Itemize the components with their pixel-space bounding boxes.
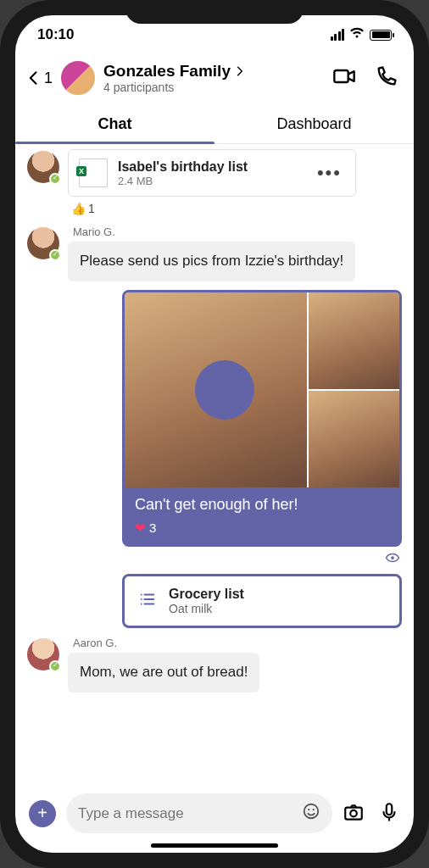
screen: 10:10 1 Gonzales Family 4 parti (15, 15, 414, 853)
status-indicators (331, 27, 393, 42)
composer: + (15, 785, 414, 840)
video-call-button[interactable] (332, 64, 356, 92)
avatar[interactable] (27, 638, 59, 670)
phone-frame: 10:10 1 Gonzales Family 4 parti (0, 0, 429, 868)
microphone-button[interactable] (378, 801, 400, 826)
avatar[interactable] (27, 151, 59, 183)
presence-icon (49, 660, 61, 672)
message-input[interactable] (78, 805, 302, 822)
file-size: 2.4 MB (118, 175, 304, 187)
battery-icon (370, 30, 392, 41)
svg-point-3 (308, 809, 309, 810)
home-indicator[interactable] (151, 843, 278, 848)
presence-icon (49, 173, 61, 185)
audio-call-button[interactable] (375, 64, 398, 92)
message-row: Aaron G. Mom, we are out of bread! (27, 637, 402, 693)
message-input-container[interactable] (66, 793, 332, 833)
photo-thumbnail[interactable] (125, 292, 307, 487)
tab-dashboard[interactable]: Dashboard (214, 105, 414, 143)
emoji-button[interactable] (302, 802, 320, 825)
sender-label: Mario G. (73, 225, 355, 238)
back-badge: 1 (44, 70, 53, 87)
camera-button[interactable] (343, 801, 365, 826)
image-caption: Can't get enough of her! (125, 487, 399, 517)
reaction-bar[interactable]: ❤ 3 (125, 517, 399, 544)
message-row: Mario G. Please send us pics from Izzie'… (27, 225, 402, 281)
file-more-button[interactable]: ••• (314, 162, 345, 184)
read-receipt (122, 550, 402, 565)
svg-rect-7 (387, 804, 393, 815)
message-row: X Isabel's birthday list 2.4 MB ••• 👍 1 (27, 149, 402, 217)
tab-chat[interactable]: Chat (15, 105, 214, 143)
chat-title-block[interactable]: Gonzales Family 4 participants (103, 62, 326, 94)
back-button[interactable]: 1 (25, 70, 53, 87)
message-bubble[interactable]: Please send us pics from Izzie's birthda… (68, 242, 355, 281)
excel-file-icon: X (79, 159, 108, 187)
presence-icon (49, 249, 61, 261)
wifi-icon (349, 27, 365, 42)
avatar[interactable] (27, 227, 59, 259)
message-row: Grocery list Oat milk (27, 574, 402, 628)
sender-label: Aaron G. (73, 637, 259, 649)
reaction-count: 3 (149, 520, 156, 535)
list-icon (138, 590, 157, 612)
group-avatar[interactable] (59, 59, 97, 97)
file-name: Isabel's birthday list (118, 159, 304, 175)
device-notch (125, 0, 304, 24)
file-attachment-card[interactable]: X Isabel's birthday list 2.4 MB ••• (68, 149, 356, 197)
svg-point-1 (391, 556, 394, 559)
task-title: Grocery list (169, 587, 244, 602)
image-collage[interactable] (125, 292, 399, 487)
svg-rect-0 (334, 70, 348, 82)
svg-rect-5 (345, 807, 362, 819)
message-row: Can't get enough of her! ❤ 3 (27, 290, 402, 565)
heart-icon: ❤ (135, 520, 146, 536)
photo-thumbnail[interactable] (309, 391, 399, 487)
chat-title: Gonzales Family (103, 62, 231, 81)
message-bubble[interactable]: Mom, we are out of bread! (68, 653, 259, 693)
image-message-card[interactable]: Can't get enough of her! ❤ 3 (122, 290, 402, 547)
task-subtitle: Oat milk (169, 602, 244, 615)
thumbs-up-icon: 👍 (71, 202, 86, 215)
svg-point-4 (313, 809, 315, 810)
reaction-bar[interactable]: 👍 1 (68, 200, 356, 217)
svg-point-2 (304, 804, 319, 819)
photo-thumbnail[interactable] (309, 292, 399, 389)
chevron-right-icon (234, 65, 246, 77)
svg-point-6 (350, 810, 357, 816)
message-list[interactable]: X Isabel's birthday list 2.4 MB ••• 👍 1 (15, 144, 414, 785)
clock: 10:10 (37, 26, 74, 43)
chat-subtitle: 4 participants (103, 81, 326, 94)
reaction-count: 1 (88, 202, 95, 215)
tab-bar: Chat Dashboard (15, 105, 414, 144)
add-attachment-button[interactable]: + (29, 800, 56, 827)
cellular-icon (331, 29, 345, 41)
chat-header: 1 Gonzales Family 4 participants (15, 54, 414, 105)
task-card[interactable]: Grocery list Oat milk (122, 574, 402, 628)
